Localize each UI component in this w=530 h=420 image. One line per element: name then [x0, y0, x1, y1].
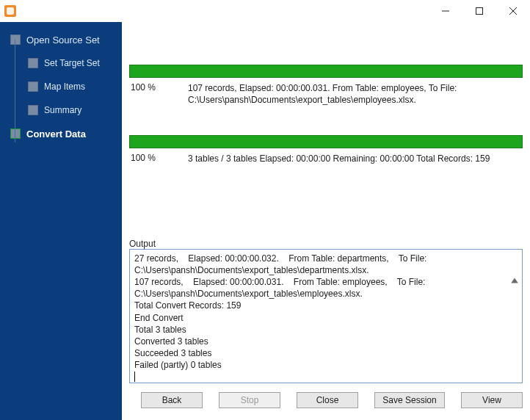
close-window-button[interactable]	[496, 0, 530, 22]
wizard-sidebar: Open Source Set Set Target Set Map Items…	[0, 22, 122, 420]
minimize-button[interactable]	[429, 0, 462, 22]
close-button[interactable]: Close	[297, 392, 358, 408]
table-progress-bar	[129, 65, 523, 78]
titlebar	[0, 0, 530, 22]
overall-progress-bar	[129, 135, 523, 148]
text-caret-icon	[134, 372, 135, 382]
table-progress-block: 100 % 107 records, Elapsed: 00:00:00.031…	[129, 65, 523, 106]
step-marker-icon	[28, 58, 38, 68]
output-log[interactable]: 27 records, Elapsed: 00:00:00.032. From …	[129, 249, 523, 383]
step-marker-icon	[10, 35, 21, 45]
step-marker-active-icon	[10, 128, 21, 139]
step-label: Summary	[44, 105, 81, 115]
main-panel: 100 % 107 records, Elapsed: 00:00:00.031…	[122, 22, 530, 420]
back-button[interactable]: Back	[141, 392, 203, 408]
table-progress-percent: 100 %	[129, 82, 188, 106]
overall-progress-details: 3 tables / 3 tables Elapsed: 00:00:00 Re…	[188, 153, 523, 164]
step-map-items[interactable]: Map Items	[0, 75, 122, 98]
step-marker-icon	[28, 82, 38, 92]
save-session-button[interactable]: Save Session	[374, 392, 445, 408]
output-label: Output	[129, 239, 523, 249]
overall-progress-percent: 100 %	[129, 153, 188, 164]
stop-button: Stop	[219, 392, 280, 408]
output-text: 27 records, Elapsed: 00:00:00.032. From …	[134, 253, 429, 371]
step-convert-data[interactable]: Convert Data	[0, 122, 122, 145]
step-marker-icon	[28, 105, 38, 115]
scroll-up-icon[interactable]	[510, 253, 520, 263]
view-button[interactable]: View	[461, 392, 523, 408]
table-progress-details: 107 records, Elapsed: 00:00:00.031. From…	[188, 82, 523, 106]
step-label: Map Items	[44, 82, 85, 92]
window-controls	[429, 0, 530, 22]
svg-marker-4	[511, 278, 518, 283]
step-label: Open Source Set	[26, 35, 100, 46]
button-row: Back Stop Close Save Session View	[129, 388, 523, 413]
step-summary[interactable]: Summary	[0, 98, 122, 122]
app-icon	[4, 5, 16, 17]
maximize-button[interactable]	[462, 0, 496, 22]
overall-progress-block: 100 % 3 tables / 3 tables Elapsed: 00:00…	[129, 135, 523, 164]
step-open-source-set[interactable]: Open Source Set	[0, 28, 122, 51]
step-label: Convert Data	[26, 128, 86, 140]
step-label: Set Target Set	[44, 58, 100, 68]
step-set-target-set[interactable]: Set Target Set	[0, 51, 122, 75]
svg-rect-1	[476, 8, 483, 15]
